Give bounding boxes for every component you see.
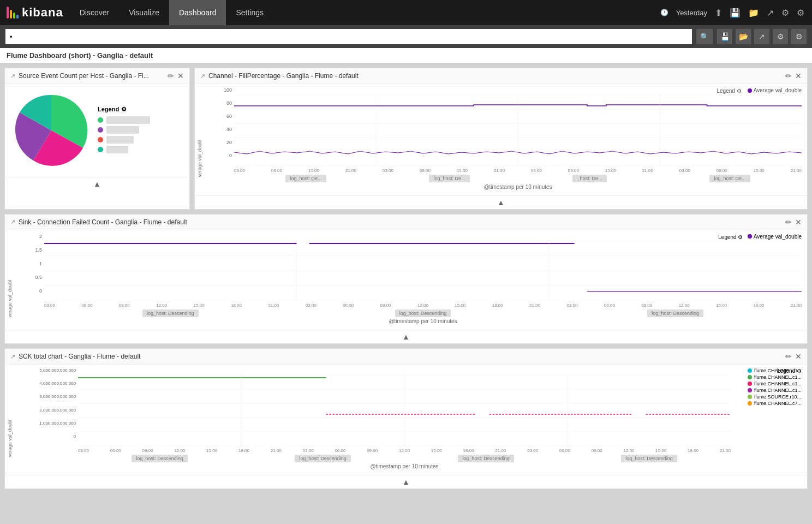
sck-host-3: log_host: Descending xyxy=(458,455,514,462)
channel-y-100: 100 xyxy=(217,87,232,93)
sink-close-icon[interactable]: ✕ xyxy=(795,218,802,227)
sck-y-2t: 2,000,000,000,000 xyxy=(27,408,76,413)
pie-collapse-button[interactable]: ▲ xyxy=(5,177,189,190)
sink-legend-text: Average val_double xyxy=(754,234,802,240)
pie-close-icon[interactable]: ✕ xyxy=(177,72,184,80)
sck-trend-icon: ↗ xyxy=(10,353,15,360)
search-input[interactable] xyxy=(5,29,692,44)
pie-legend-item-1 xyxy=(98,116,184,124)
time-label[interactable]: Yesterday xyxy=(676,9,707,17)
sck-collapse-button[interactable]: ▲ xyxy=(5,475,807,489)
sck-x-label: @timestamp per 10 minutes xyxy=(78,463,731,469)
search-button[interactable]: 🔍 xyxy=(696,29,713,44)
sck-chart-content: verage val_doubl 5,000,000,000,000 4,000… xyxy=(5,365,807,475)
sink-x-ticks: 03:00 06:00 09:00 12:00 15:00 18:00 21:0… xyxy=(44,303,802,308)
save-icon[interactable]: ⬆ xyxy=(715,8,722,18)
nav-discover[interactable]: Discover xyxy=(70,0,119,25)
channel-host-3: _host: De... xyxy=(572,175,606,182)
sck-y-3t: 3,000,000,000,000 xyxy=(27,394,76,399)
legend-dot-green xyxy=(98,117,103,123)
search-bar: 🔍 💾 📂 ↗ ⚙ ⚙ xyxy=(0,25,812,48)
sink-legend-item: Average val_double xyxy=(748,234,802,240)
settings-icon[interactable]: ⚙ xyxy=(781,8,789,18)
sink-legend-settings[interactable]: ⚙ xyxy=(738,234,743,240)
pie-legend-settings-icon[interactable]: ⚙ xyxy=(121,106,127,113)
sck-legend-items: flume.CHANNEL.c1... flume.CHANNEL.c1... … xyxy=(748,368,802,407)
sink-chart-svg xyxy=(44,241,802,301)
folder-icon[interactable]: 📁 xyxy=(748,8,759,18)
channel-collapse-button[interactable]: ▲ xyxy=(195,195,807,209)
sck-edit-icon[interactable]: ✏ xyxy=(785,352,792,361)
channel-legend-settings[interactable]: ⚙ xyxy=(737,88,742,94)
sck-legend-purple: flume.CHANNEL.c1... xyxy=(748,388,802,393)
sink-edit-icon[interactable]: ✏ xyxy=(785,218,792,227)
sck-y-0: 0 xyxy=(27,434,76,439)
sck-chart-svg xyxy=(78,375,731,446)
channel-x-ticks: 03:00 09:00 15:00 21:00 03:00 09:00 15:0… xyxy=(234,168,802,173)
gear-button[interactable]: ⚙ xyxy=(791,29,807,44)
dashboard-title-bar: Flume Dashboard (short) - Ganglia - defa… xyxy=(0,48,812,63)
sck-panel-header: ↗ SCK total chart - Ganglia - Flume - de… xyxy=(5,349,807,365)
channel-panel-header: ↗ Channel - FillPercentage - Ganglia - F… xyxy=(195,68,807,84)
channel-panel-title: Channel - FillPercentage - Ganglia - Flu… xyxy=(208,72,782,80)
sink-y-axis-label: verage val_doubl xyxy=(7,280,13,318)
sink-panel: ↗ Sink - Connection Failed Count - Gangl… xyxy=(4,214,808,344)
channel-y-40: 40 xyxy=(217,127,232,132)
gear-icon[interactable]: ⚙ xyxy=(797,8,804,18)
share-search-button[interactable]: ↗ xyxy=(754,29,769,44)
sck-legend-cyan: flume.CHANNEL.c1... xyxy=(748,368,802,373)
sink-host-labels: log_host: Descending log_host: Descendin… xyxy=(44,309,802,317)
options-button[interactable]: ⚙ xyxy=(773,29,788,44)
sink-legend-label: Legend xyxy=(718,234,738,240)
sink-host-3: log_host: Descending xyxy=(647,309,703,317)
pie-trend-icon: ↗ xyxy=(10,73,15,80)
panel-row-1: ↗ Source Event Count per Host - Ganglia … xyxy=(4,68,808,210)
sck-panel-actions: ✏ ✕ xyxy=(785,352,802,361)
nav-visualize[interactable]: Visualize xyxy=(119,0,169,25)
share-icon[interactable]: ↗ xyxy=(767,8,774,18)
logo-bar-2 xyxy=(10,10,12,19)
pie-edit-icon[interactable]: ✏ xyxy=(168,72,174,80)
channel-x-label: @timestamp per 10 minutes xyxy=(234,184,802,190)
logo-text: kibana xyxy=(22,5,63,20)
legend-dot-purple xyxy=(98,127,103,133)
search-actions: 💾 📂 ↗ ⚙ ⚙ xyxy=(717,29,807,44)
sink-y-1: 1 xyxy=(27,261,42,266)
sink-host-1: log_host: Descending xyxy=(142,309,199,317)
load-search-button[interactable]: 📂 xyxy=(736,29,751,44)
sck-panel-title: SCK total chart - Ganglia - Flume - defa… xyxy=(19,353,782,360)
channel-legend-item: Average val_double xyxy=(748,87,802,93)
channel-host-1: log_host: De... xyxy=(285,175,326,182)
nav-settings[interactable]: Settings xyxy=(226,0,273,25)
sck-legend-orange: flume.CHANNEL.c7... xyxy=(748,401,802,406)
sck-y-1t: 1,000,000,000,000 xyxy=(27,421,76,426)
sck-close-icon[interactable]: ✕ xyxy=(795,352,802,361)
channel-close-icon[interactable]: ✕ xyxy=(795,72,802,80)
channel-legend-text: Average val_double xyxy=(754,87,802,93)
sink-chart-content: verage val_doubl 2 1.5 1 0.5 0 Legend ⚙ xyxy=(5,230,807,330)
logo-area: kibana xyxy=(0,5,70,20)
sink-panel-header: ↗ Sink - Connection Failed Count - Gangl… xyxy=(5,215,807,230)
channel-y-80: 80 xyxy=(217,100,232,106)
sck-host-1: log_host: Descending xyxy=(132,455,188,462)
channel-chart-svg xyxy=(234,95,802,166)
channel-panel: ↗ Channel - FillPercentage - Ganglia - F… xyxy=(194,68,808,210)
sink-trend-icon: ↗ xyxy=(10,218,15,225)
nav-dashboard[interactable]: Dashboard xyxy=(169,0,226,25)
sink-collapse-button[interactable]: ▲ xyxy=(5,330,807,343)
channel-host-labels: log_host: De... log_host: De... _host: D… xyxy=(234,175,802,182)
sck-panel: ↗ SCK total chart - Ganglia - Flume - de… xyxy=(4,348,808,489)
sck-dot-cyan xyxy=(748,368,752,373)
load-icon[interactable]: 💾 xyxy=(730,8,741,18)
legend-bar-2 xyxy=(106,126,139,134)
save-search-button[interactable]: 💾 xyxy=(717,29,732,44)
pie-chart xyxy=(10,90,92,171)
sink-panel-actions: ✏ ✕ xyxy=(785,218,802,227)
channel-y-60: 60 xyxy=(217,114,232,119)
channel-edit-icon[interactable]: ✏ xyxy=(785,72,792,80)
sink-host-2: log_host: Descending xyxy=(395,309,451,317)
legend-bar-4 xyxy=(106,146,128,153)
sck-legend-green: flume.CHANNEL.c1... xyxy=(748,374,802,380)
legend-bar-1 xyxy=(106,116,150,124)
sink-legend-dot xyxy=(748,234,752,239)
